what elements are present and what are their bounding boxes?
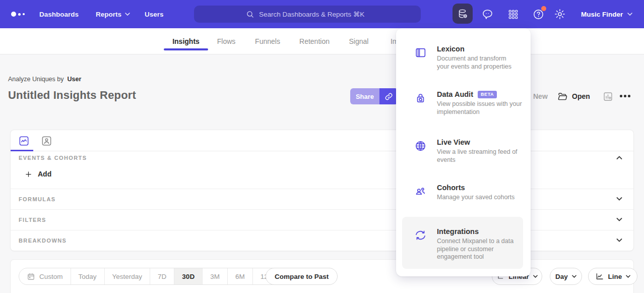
range-30d-active[interactable]: 30D [174,268,202,284]
apps-grid-icon[interactable] [505,0,521,28]
global-search-bar[interactable] [194,6,421,23]
settings-gear-icon[interactable] [552,0,568,28]
mixpanel-logo-icon[interactable] [11,0,25,28]
feedback-icon[interactable] [479,0,495,28]
range-3m[interactable]: 3M [202,268,227,284]
live-view-globe-icon [414,138,427,152]
chevron-down-icon [572,275,576,278]
cohorts-people-icon [414,184,427,198]
section-filters-label: FILTERS [19,217,46,223]
nav-dashboards[interactable]: Dashboards [39,0,79,28]
calendar-icon [27,272,35,281]
open-report-button[interactable]: Open [557,88,590,104]
data-management-icon[interactable] [453,4,473,24]
builder-view-tabs [11,130,633,151]
tab-retention[interactable]: Retention [298,28,331,54]
range-7d[interactable]: 7D [150,268,174,284]
project-switcher[interactable]: Music Finder [581,0,632,28]
menu-item-live-view[interactable]: Live View View a live streaming feed of … [414,138,523,164]
menu-item-integrations[interactable]: Integrations Connect Mixpanel to a data … [414,227,517,261]
compare-to-past-button[interactable]: Compare to Past [266,268,338,285]
range-today[interactable]: Today [71,268,104,284]
range-yesterday[interactable]: Yesterday [104,268,150,284]
chevron-down-icon[interactable] [616,238,622,242]
breadcrumb-entity[interactable]: User [67,76,81,83]
menu-item-lexicon[interactable]: Lexicon Document and transform your even… [414,45,523,71]
link-icon [384,92,393,101]
add-event-button[interactable]: Add [25,170,51,178]
plus-icon [25,170,32,178]
nav-reports[interactable]: Reports [96,0,130,28]
copy-link-button[interactable] [379,88,398,104]
help-icon[interactable] [530,0,546,28]
menu-item-cohorts[interactable]: Cohorts Manage your saved cohorts [414,184,523,202]
tab-signal[interactable]: Signal [348,28,370,54]
range-custom[interactable]: Custom [19,268,71,284]
interval-day-dropdown[interactable]: Day [550,268,582,285]
chevron-down-icon [125,13,130,16]
folder-open-icon [557,91,568,102]
lexicon-book-icon [414,45,427,59]
share-split-button: Share [350,88,398,104]
nav-users[interactable]: Users [145,0,164,28]
chevron-down-icon[interactable] [616,197,622,201]
page-title[interactable]: Untitled Insights Report [8,89,136,102]
query-builder-panel: EVENTS & COHORTS Add FORMULAS FILTERS BR… [10,130,634,251]
chart-type-line-dropdown[interactable]: Line [588,268,637,285]
tab-funnels[interactable]: Funnels [253,28,282,54]
share-button[interactable]: Share [350,88,379,104]
report-tabs-bar: Insights Flows Funnels Retention Signal … [0,28,644,54]
chevron-up-icon[interactable] [616,156,622,160]
profile-tab-icon[interactable] [40,134,53,147]
search-input[interactable] [259,11,369,18]
breadcrumb: Analyze Uniques by User [8,76,81,83]
chevron-down-icon [626,275,630,278]
line-chart-icon [595,272,604,281]
add-to-dashboard-icon[interactable] [603,91,613,102]
section-breakdowns-label: BREAKDOWNS [19,238,67,244]
mixpanel-insights-page: Dashboards Reports Users [0,0,644,293]
menu-item-data-audit[interactable]: Data Audit BETA View possible issues wit… [414,90,523,116]
chevron-down-icon [627,13,632,16]
integrations-sync-icon [414,227,427,242]
menu-item-integrations-hover: Integrations Connect Mixpanel to a data … [402,217,523,269]
range-6m[interactable]: 6M [227,268,252,284]
tab-insights[interactable]: Insights [173,28,199,54]
more-dots-icon[interactable] [620,95,630,97]
active-builder-tab-underline [11,150,33,151]
search-icon [246,10,254,19]
tab-flows[interactable]: Flows [216,28,236,54]
chevron-down-icon [533,275,538,278]
project-name: Music Finder [581,11,623,18]
data-management-dropdown: Lexicon Document and transform your even… [396,28,531,276]
chart-controls-panel: Custom Today Yesterday 7D 30D 3M 6M 12M … [10,259,634,293]
section-events-cohorts-label: EVENTS & COHORTS [19,155,87,161]
insights-chart-tab-icon[interactable] [17,134,30,147]
data-audit-lock-icon [414,90,427,104]
section-formulas-label: FORMULAS [19,196,56,202]
beta-badge: BETA [478,91,497,98]
top-navigation-bar: Dashboards Reports Users [0,0,644,28]
notification-dot [541,6,546,11]
active-tab-underline [164,48,208,50]
new-report-button[interactable]: New [533,88,548,104]
date-range-segmented-control: Custom Today Yesterday 7D 30D 3M 6M 12M [19,268,282,285]
chevron-down-icon[interactable] [616,217,622,221]
